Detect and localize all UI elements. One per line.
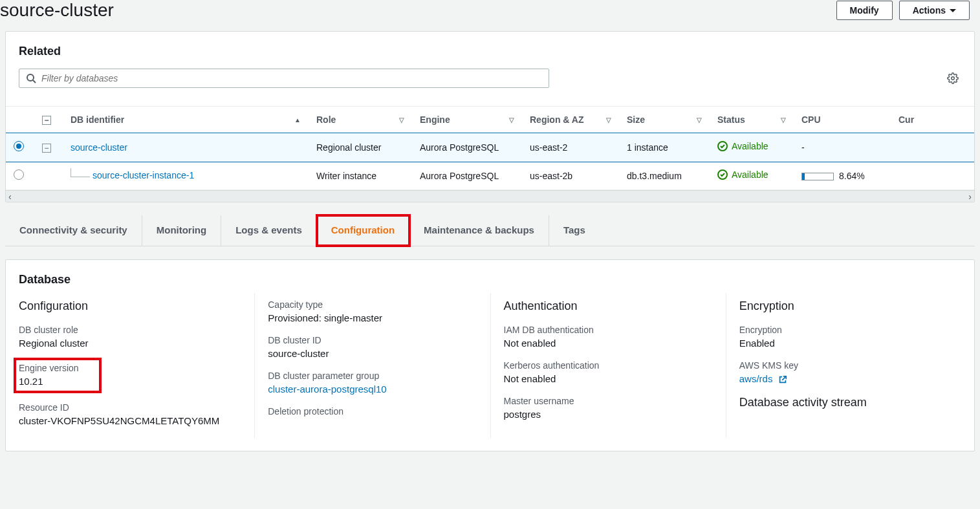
filter-icon: ▽: [781, 116, 786, 124]
col-region-az[interactable]: Region & AZ▽: [522, 107, 619, 133]
cell-size: db.t3.medium: [619, 162, 710, 190]
cpu-bar: [801, 173, 834, 180]
col-cur[interactable]: Cur: [891, 107, 974, 133]
db-cluster-role-label: DB cluster role: [19, 325, 241, 335]
tab-connectivity-security[interactable]: Connectivity & security: [5, 215, 142, 246]
filter-icon: ▽: [509, 116, 514, 124]
cell-role: Regional cluster: [309, 133, 412, 162]
tree-line-icon: [71, 168, 90, 177]
iam-auth-value: Not enabled: [504, 338, 713, 349]
svg-line-1: [33, 80, 36, 83]
filter-input[interactable]: [41, 73, 542, 83]
cell-engine: Aurora PostgreSQL: [412, 162, 522, 190]
caret-down-icon: [950, 9, 956, 12]
radio-select[interactable]: [14, 141, 24, 151]
svg-point-0: [27, 74, 34, 81]
resource-id-label: Resource ID: [19, 402, 241, 413]
check-circle-icon: [717, 141, 728, 151]
tab-monitoring[interactable]: Monitoring: [142, 215, 221, 246]
settings-button[interactable]: [944, 70, 961, 87]
resource-id-value: cluster-VKOFNP5SU42NGCM4LETATQY6MM: [19, 415, 241, 426]
tabs: Connectivity & security Monitoring Logs …: [5, 215, 975, 246]
cell-role: Writer instance: [309, 162, 412, 190]
cell-region-az: us-east-2: [522, 133, 619, 162]
search-icon: [26, 73, 36, 83]
tab-tags[interactable]: Tags: [549, 215, 600, 246]
svg-point-2: [952, 77, 955, 80]
col-status[interactable]: Status▽: [710, 107, 794, 133]
filter-icon: ▽: [697, 116, 702, 124]
capacity-type-label: Capacity type: [268, 299, 477, 310]
encryption-label: Encryption: [739, 325, 948, 335]
kerberos-auth-value: Not enabled: [504, 373, 713, 384]
col-role[interactable]: Role▽: [309, 107, 412, 133]
activity-stream-heading: Database activity stream: [739, 396, 948, 409]
database-title: Database: [6, 260, 974, 293]
radio-select[interactable]: [14, 169, 24, 180]
header-buttons: Modify Actions: [836, 1, 980, 20]
engine-version-label: Engine version: [19, 363, 94, 373]
database-panel: Database Configuration DB cluster role R…: [5, 259, 975, 451]
col-cpu[interactable]: CPU: [794, 107, 891, 133]
page-title: source-cluster: [0, 0, 114, 21]
tab-configuration[interactable]: Configuration: [317, 215, 409, 246]
iam-auth-label: IAM DB authentication: [504, 325, 713, 335]
check-circle-icon: [717, 169, 728, 180]
table-row[interactable]: source-cluster-instance-1 Writer instanc…: [6, 162, 974, 190]
cell-cpu: -: [794, 133, 891, 162]
master-username-label: Master username: [504, 396, 713, 406]
db-cluster-id-value: source-cluster: [268, 348, 477, 359]
table-row[interactable]: − source-cluster Regional cluster Aurora…: [6, 133, 974, 162]
db-identifier-link[interactable]: source-cluster-instance-1: [93, 170, 194, 180]
engine-version-value: 10.21: [19, 376, 94, 387]
horizontal-scrollbar[interactable]: ‹ ›: [6, 190, 974, 202]
capacity-type-value: Provisioned: single-master: [268, 312, 477, 323]
scroll-right-icon[interactable]: ›: [966, 191, 974, 202]
db-cluster-id-label: DB cluster ID: [268, 335, 477, 345]
encryption-column: Encryption Encryption Enabled AWS KMS ke…: [726, 293, 961, 438]
related-panel: Related − DB identifier: [5, 31, 975, 202]
master-username-value: postgres: [504, 409, 713, 420]
external-link-icon: [778, 375, 787, 384]
cell-region-az: us-east-2b: [522, 162, 619, 190]
capacity-column: Capacity type Provisioned: single-master…: [254, 293, 490, 438]
related-title: Related: [19, 45, 961, 58]
databases-table: − DB identifier▲ Role▽ Engine▽ Region & …: [6, 106, 974, 190]
tab-logs-events[interactable]: Logs & events: [221, 215, 317, 246]
actions-button[interactable]: Actions: [899, 1, 970, 20]
cell-engine: Aurora PostgreSQL: [412, 133, 522, 162]
db-cluster-role-value: Regional cluster: [19, 338, 241, 349]
authentication-heading: Authentication: [504, 299, 713, 313]
filter-icon: ▽: [399, 116, 404, 124]
actions-label: Actions: [913, 5, 946, 16]
engine-version-highlight: Engine version 10.21: [16, 360, 99, 391]
status-badge: Available: [717, 141, 768, 151]
db-identifier-link[interactable]: source-cluster: [71, 142, 127, 153]
gear-icon: [947, 72, 959, 84]
databases-table-wrap: − DB identifier▲ Role▽ Engine▽ Region & …: [6, 106, 974, 202]
kms-key-link[interactable]: aws/rds: [739, 373, 948, 384]
col-db-identifier[interactable]: DB identifier▲: [63, 107, 309, 133]
param-group-link[interactable]: cluster-aurora-postgresql10: [268, 384, 477, 395]
filter-icon: ▽: [606, 116, 611, 124]
scroll-left-icon[interactable]: ‹: [6, 191, 14, 202]
tab-maintenance-backups[interactable]: Maintenance & backups: [409, 215, 549, 246]
collapse-icon[interactable]: −: [42, 144, 51, 153]
sort-asc-icon: ▲: [294, 116, 301, 124]
modify-button[interactable]: Modify: [836, 1, 893, 20]
status-badge: Available: [717, 169, 768, 180]
col-size[interactable]: Size▽: [619, 107, 710, 133]
kms-key-label: AWS KMS key: [739, 360, 948, 371]
param-group-label: DB cluster parameter group: [268, 371, 477, 381]
configuration-heading: Configuration: [19, 299, 241, 313]
col-engine[interactable]: Engine▽: [412, 107, 522, 133]
configuration-column: Configuration DB cluster role Regional c…: [19, 293, 254, 438]
collapse-all-icon[interactable]: −: [42, 116, 51, 125]
encryption-heading: Encryption: [739, 299, 948, 313]
kerberos-auth-label: Kerberos authentication: [504, 360, 713, 371]
filter-input-wrap[interactable]: [19, 69, 549, 88]
encryption-value: Enabled: [739, 338, 948, 349]
authentication-column: Authentication IAM DB authentication Not…: [490, 293, 726, 438]
deletion-protection-label: Deletion protection: [268, 406, 477, 417]
cell-size: 1 instance: [619, 133, 710, 162]
